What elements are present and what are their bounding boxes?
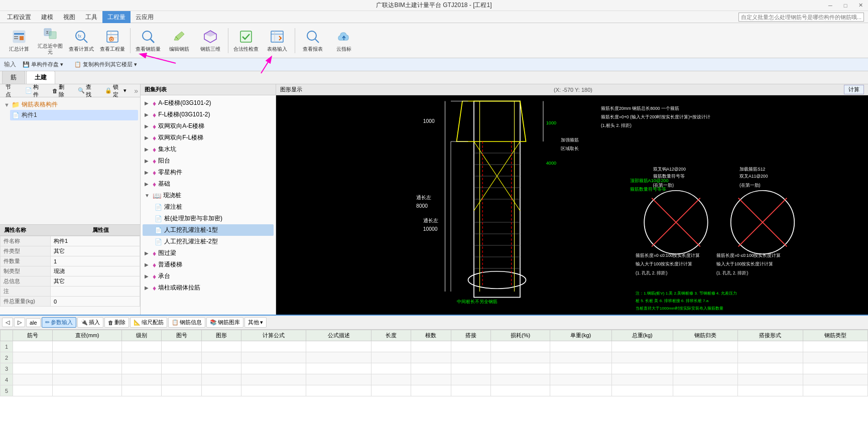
- table-cell[interactable]: [550, 374, 611, 385]
- mid-tree-child-item[interactable]: 📄人工挖孔灌注桩-2型: [143, 236, 274, 247]
- mid-tree-child-item[interactable]: 📄人工挖孔灌注桩-1型: [143, 224, 274, 236]
- tb-rebar-edit-button[interactable]: 编辑钢筋: [164, 26, 194, 56]
- btm-reorder-btn[interactable]: ale: [26, 318, 41, 327]
- btm-next-btn[interactable]: ▷: [14, 318, 25, 327]
- table-cell[interactable]: [803, 363, 868, 374]
- table-cell[interactable]: [53, 385, 122, 396]
- table-cell[interactable]: [411, 374, 451, 385]
- close-button[interactable]: ✕: [853, 0, 868, 11]
- table-cell[interactable]: [490, 363, 550, 374]
- table-cell[interactable]: [611, 374, 673, 385]
- table-cell[interactable]: [201, 352, 241, 363]
- mid-tree-item[interactable]: ▶♦普通楼梯: [143, 259, 274, 270]
- table-cell[interactable]: [803, 341, 868, 352]
- table-cell[interactable]: [306, 341, 371, 352]
- table-cell[interactable]: [451, 374, 490, 385]
- table-cell[interactable]: [201, 374, 241, 385]
- tree-item-component1[interactable]: 📄 构件1: [10, 110, 138, 120]
- table-cell[interactable]: [306, 352, 371, 363]
- table-cell[interactable]: [121, 374, 161, 385]
- table-cell[interactable]: [241, 385, 306, 396]
- sub-save-btn[interactable]: 💾 单构件存盘 ▾: [18, 59, 68, 70]
- mid-tree-item[interactable]: ▶♦F-L楼梯(03G101-2): [143, 109, 274, 120]
- table-cell[interactable]: [371, 363, 411, 374]
- table-cell[interactable]: [490, 352, 550, 363]
- table-cell[interactable]: [121, 385, 161, 396]
- table-cell[interactable]: [738, 374, 803, 385]
- table-cell[interactable]: [738, 341, 803, 352]
- table-cell[interactable]: [673, 363, 737, 374]
- menu-item-view[interactable]: 视图: [58, 11, 80, 23]
- table-cell[interactable]: [611, 352, 673, 363]
- table-cell[interactable]: [673, 374, 737, 385]
- mid-tree-child-item[interactable]: 📄灌注桩: [143, 201, 274, 213]
- table-cell[interactable]: [451, 352, 490, 363]
- table-cell[interactable]: [201, 385, 241, 396]
- table-cell[interactable]: [241, 352, 306, 363]
- tab-civil[interactable]: 土建: [26, 71, 55, 84]
- menu-item-quantity[interactable]: 工程量: [102, 11, 131, 23]
- btm-rebar-info-btn[interactable]: 📋 钢筋信息: [168, 317, 205, 328]
- table-cell[interactable]: [550, 385, 611, 396]
- calc-button[interactable]: 计算: [844, 85, 864, 94]
- table-cell[interactable]: [306, 385, 371, 396]
- table-cell[interactable]: [451, 363, 490, 374]
- table-cell[interactable]: [673, 385, 737, 396]
- table-cell[interactable]: [411, 352, 451, 363]
- table-cell[interactable]: [451, 385, 490, 396]
- table-cell[interactable]: [241, 363, 306, 374]
- tree-folder-rebar[interactable]: ▼ 📁 钢筋表格构件: [2, 99, 138, 110]
- table-cell[interactable]: [162, 341, 201, 352]
- btm-param-input-btn[interactable]: ✏ 参数输入: [42, 317, 76, 328]
- table-cell[interactable]: [490, 385, 550, 396]
- btm-scale-btn[interactable]: 📐 缩尺配筋: [130, 317, 167, 328]
- mid-tree-item[interactable]: ▶♦基础: [143, 178, 274, 190]
- table-cell[interactable]: [53, 374, 122, 385]
- table-cell[interactable]: [162, 374, 201, 385]
- table-cell[interactable]: [550, 363, 611, 374]
- table-cell[interactable]: [411, 341, 451, 352]
- table-cell[interactable]: [738, 385, 803, 396]
- table-cell[interactable]: [241, 374, 306, 385]
- table-cell[interactable]: [490, 374, 550, 385]
- table-cell[interactable]: [162, 352, 201, 363]
- btm-other-btn[interactable]: 其他 ▾: [244, 317, 267, 328]
- tb-summary-button[interactable]: Σ 汇总近中图元: [35, 26, 65, 56]
- mid-tree-item[interactable]: ▶♦A-E楼梯(03G101-2): [143, 97, 274, 109]
- tb-calc-button[interactable]: 汇总计算: [4, 26, 34, 56]
- table-cell[interactable]: [13, 352, 53, 363]
- table-cell[interactable]: [121, 363, 161, 374]
- table-cell[interactable]: [306, 374, 371, 385]
- table-cell[interactable]: [13, 341, 53, 352]
- table-cell[interactable]: [53, 341, 122, 352]
- table-cell[interactable]: [738, 363, 803, 374]
- menu-item-build[interactable]: 建模: [36, 11, 58, 23]
- table-cell[interactable]: [241, 341, 306, 352]
- minimize-button[interactable]: ─: [823, 0, 838, 11]
- table-cell[interactable]: [162, 385, 201, 396]
- table-cell[interactable]: [13, 363, 53, 374]
- table-cell[interactable]: [201, 363, 241, 374]
- mid-tree-item[interactable]: ▶♦双网双向A-E楼梯: [143, 120, 274, 132]
- mid-tree-child-item[interactable]: 📄桩(处理加密与非加密): [143, 213, 274, 224]
- btm-delete-btn[interactable]: 🗑 删除: [104, 317, 129, 328]
- menu-item-tools[interactable]: 工具: [80, 11, 102, 23]
- table-cell[interactable]: [411, 385, 451, 396]
- tb-calcexpr-button[interactable]: fx 查看计算式: [66, 26, 96, 56]
- table-cell[interactable]: [371, 374, 411, 385]
- table-cell[interactable]: [611, 363, 673, 374]
- table-cell[interactable]: [53, 352, 122, 363]
- table-cell[interactable]: [490, 341, 550, 352]
- table-cell[interactable]: [673, 352, 737, 363]
- tb-qty-button[interactable]: Q 查看工程量: [97, 26, 128, 56]
- sub-copy-btn[interactable]: 📋 复制构件到其它楼层 ▾: [70, 59, 142, 70]
- expand-arrow-lp[interactable]: »: [134, 87, 138, 95]
- table-cell[interactable]: [451, 341, 490, 352]
- table-cell[interactable]: [411, 363, 451, 374]
- table-cell[interactable]: [803, 374, 868, 385]
- table-cell[interactable]: [13, 385, 53, 396]
- table-cell[interactable]: [162, 363, 201, 374]
- maximize-button[interactable]: □: [838, 0, 853, 11]
- tb-legal-check-button[interactable]: 合法性检查: [231, 26, 261, 56]
- tb-table-input-button[interactable]: 表格输入: [262, 26, 292, 56]
